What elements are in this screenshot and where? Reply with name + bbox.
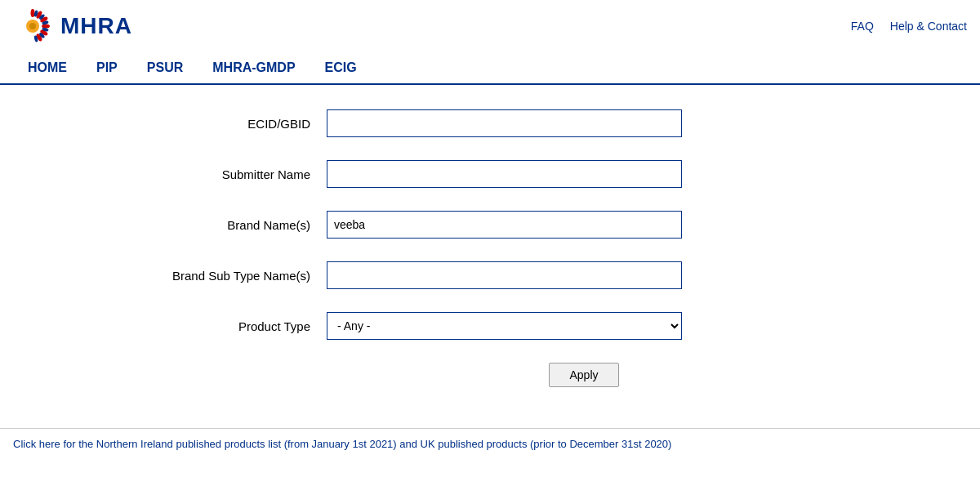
apply-row: Apply xyxy=(139,363,841,387)
nav-item-ecig[interactable]: ECIG xyxy=(310,52,372,83)
help-contact-link[interactable]: Help & Contact xyxy=(890,20,967,33)
mhra-logo-icon xyxy=(13,7,52,46)
brand-sub-input[interactable] xyxy=(327,261,682,289)
apply-button[interactable]: Apply xyxy=(549,363,618,387)
logo-text: MHRA xyxy=(60,13,132,39)
svg-point-4 xyxy=(42,25,50,29)
submitter-row: Submitter Name xyxy=(139,160,841,188)
logo-area: MHRA xyxy=(13,7,132,46)
product-type-row: Product Type - Any - Type 1 Type 2 xyxy=(139,312,841,340)
brand-label: Brand Name(s) xyxy=(139,218,327,232)
footer-link[interactable]: Click here for the Northern Ireland publ… xyxy=(13,438,671,450)
ecid-input[interactable] xyxy=(327,109,682,137)
ecid-row: ECID/GBID xyxy=(139,109,841,137)
header: MHRA FAQ Help & Contact xyxy=(0,0,980,52)
brand-row: Brand Name(s) xyxy=(139,211,841,239)
brand-sub-row: Brand Sub Type Name(s) xyxy=(139,261,841,289)
faq-link[interactable]: FAQ xyxy=(851,20,874,33)
nav-item-pip[interactable]: PIP xyxy=(82,52,132,83)
svg-point-14 xyxy=(29,23,36,29)
product-type-select[interactable]: - Any - Type 1 Type 2 xyxy=(327,312,682,340)
navbar: HOME PIP PSUR MHRA-GMDP ECIG xyxy=(0,52,980,85)
brand-input[interactable] xyxy=(327,211,682,239)
main-content: ECID/GBID Submitter Name Brand Name(s) B… xyxy=(122,85,858,428)
nav-item-home[interactable]: HOME xyxy=(13,52,82,83)
nav-item-mhra-gmdp[interactable]: MHRA-GMDP xyxy=(198,52,310,83)
submitter-input[interactable] xyxy=(327,160,682,188)
nav-item-psur[interactable]: PSUR xyxy=(132,52,198,83)
footer-link-row: Click here for the Northern Ireland publ… xyxy=(0,428,980,458)
ecid-label: ECID/GBID xyxy=(139,117,327,131)
brand-sub-label: Brand Sub Type Name(s) xyxy=(139,269,327,283)
svg-point-1 xyxy=(31,9,35,17)
product-type-label: Product Type xyxy=(139,319,327,333)
header-links: FAQ Help & Contact xyxy=(851,20,967,33)
submitter-label: Submitter Name xyxy=(139,167,327,181)
